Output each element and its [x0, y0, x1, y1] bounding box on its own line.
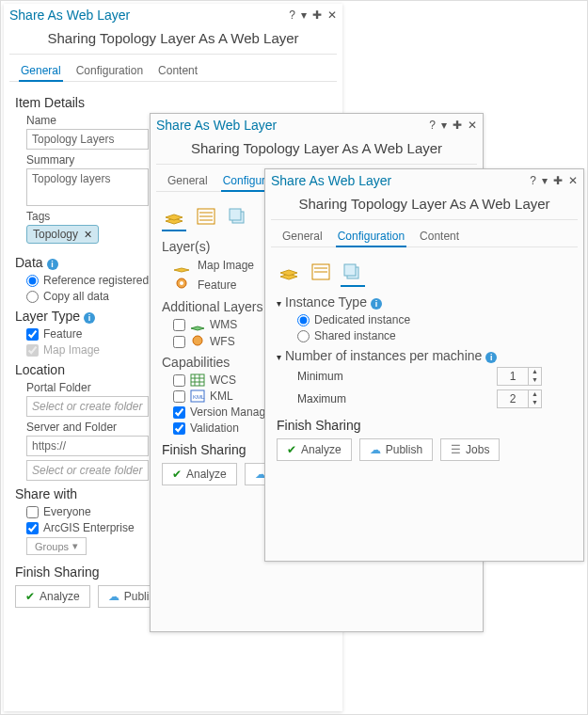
dropdown-icon[interactable]: ▾ [301, 8, 307, 22]
server-url-input[interactable]: https:// [26, 436, 149, 456]
max-spinner[interactable]: 2▲▼ [497, 389, 542, 408]
dropdown-icon[interactable]: ▾ [542, 174, 548, 187]
panel-subtitle: Sharing Topology Layer As A Web Layer [271, 192, 578, 220]
tag-chip[interactable]: Topology ✕ [26, 225, 99, 244]
tab-general[interactable]: General [166, 170, 210, 191]
tab-content[interactable]: Content [418, 226, 461, 246]
svg-text:KML: KML [193, 394, 205, 400]
window-title: Share As Web Layer [271, 173, 530, 188]
svg-marker-1 [166, 214, 183, 220]
help-icon[interactable]: ? [289, 8, 295, 22]
close-icon[interactable]: ✕ [327, 8, 337, 22]
check-icon: ✔ [172, 468, 182, 481]
tab-configuration[interactable]: Configuration [74, 60, 145, 81]
window-controls: ? ▾ ✚ ✕ [530, 174, 578, 187]
min-label: Minimum [297, 370, 343, 383]
window-controls: ? ▾ ✚ ✕ [429, 119, 477, 132]
pin-icon[interactable]: ✚ [453, 119, 462, 132]
min-instances-row: Minimum 1▲▼ [297, 367, 542, 386]
share-panel-config-pooling: Share As Web Layer ? ▾ ✚ ✕ Sharing Topol… [264, 168, 584, 562]
info-icon[interactable]: i [485, 352, 497, 363]
mapimage-icon [173, 258, 190, 273]
min-spinner[interactable]: 1▲▼ [497, 367, 542, 386]
help-icon[interactable]: ? [530, 174, 536, 187]
titlebar: Share As Web Layer ? ▾ ✚ ✕ [4, 4, 342, 26]
dropdown-icon[interactable]: ▾ [441, 119, 447, 132]
publish-button[interactable]: ☁Publish [359, 438, 433, 461]
cloud-icon: ☁ [108, 590, 119, 603]
close-icon[interactable]: ✕ [468, 119, 477, 132]
down-arrow-icon[interactable]: ▼ [529, 399, 541, 407]
num-instances-heading[interactable]: Number of instances per machinei [277, 348, 572, 363]
analyze-button[interactable]: ✔Analyze [277, 438, 352, 461]
pin-icon[interactable]: ✚ [553, 174, 563, 187]
tab-content[interactable]: Content [156, 60, 199, 81]
summary-input[interactable]: Topology layers [26, 168, 149, 206]
feature-icon [173, 277, 190, 294]
check-icon: ✔ [287, 443, 296, 456]
finish-buttons: ✔Analyze ☁Publish ☰Jobs [277, 438, 572, 461]
radio-shared[interactable]: Shared instance [297, 329, 572, 342]
config-icon-tabs [277, 255, 572, 289]
max-instances-row: Maximum 2▲▼ [297, 389, 542, 408]
window-title: Share As Web Layer [9, 8, 289, 23]
svg-point-12 [193, 336, 202, 345]
analyze-button[interactable]: ✔Analyze [162, 463, 237, 485]
groups-dropdown[interactable]: Groups▾ [26, 537, 87, 555]
close-icon[interactable]: ✕ [568, 174, 578, 187]
kml-icon: KML [190, 389, 205, 403]
tab-bar: General Configuration Content [271, 220, 578, 247]
svg-rect-7 [230, 209, 241, 220]
svg-marker-21 [280, 270, 297, 276]
check-icon: ✔ [25, 590, 35, 603]
info-icon[interactable]: i [47, 259, 58, 270]
config-maplayer-icon[interactable] [277, 261, 301, 283]
config-form-icon[interactable] [309, 261, 333, 283]
name-input[interactable]: Topology Layers [26, 129, 149, 150]
config-form-icon[interactable] [194, 205, 218, 228]
svg-rect-26 [344, 264, 356, 276]
tab-general[interactable]: General [19, 60, 63, 81]
window-controls: ? ▾ ✚ ✕ [289, 8, 337, 22]
up-arrow-icon[interactable]: ▲ [529, 390, 541, 399]
info-icon[interactable]: i [84, 312, 95, 324]
panel-subtitle: Sharing Topology Layer As A Web Layer [9, 26, 337, 55]
tab-general[interactable]: General [280, 226, 325, 246]
list-icon: ☰ [451, 443, 461, 456]
analyze-button[interactable]: ✔Analyze [15, 585, 90, 608]
titlebar: Share As Web Layer ? ▾ ✚ ✕ [151, 114, 483, 136]
config-maplayer-icon[interactable] [162, 205, 186, 228]
jobs-button[interactable]: ☰Jobs [440, 438, 500, 461]
tag-remove-icon[interactable]: ✕ [84, 229, 92, 241]
finish-heading: Finish Sharing [277, 418, 572, 433]
titlebar: Share As Web Layer ? ▾ ✚ ✕ [265, 169, 583, 192]
svg-point-10 [180, 281, 183, 285]
tab-bar: General Configuration Content [9, 55, 337, 82]
server-folder-input[interactable]: Select or create folder [26, 460, 149, 481]
config-pooling-icon[interactable] [341, 261, 365, 283]
radio-dedicated[interactable]: Dedicated instance [297, 313, 572, 326]
info-icon[interactable]: i [371, 298, 382, 310]
wms-icon [190, 318, 205, 331]
pin-icon[interactable]: ✚ [312, 8, 322, 22]
up-arrow-icon[interactable]: ▲ [529, 368, 541, 376]
svg-marker-8 [174, 268, 189, 272]
instance-type-heading[interactable]: Instance Typei [277, 294, 572, 310]
portal-folder-input[interactable]: Select or create folder [26, 396, 149, 417]
wcs-icon [190, 373, 205, 387]
config-pooling-content: Instance Typei Dedicated instance Shared… [265, 247, 583, 469]
max-label: Maximum [297, 392, 346, 405]
item-details-heading: Item Details [15, 95, 331, 110]
chevron-down-icon: ▾ [72, 540, 78, 552]
panel-subtitle: Sharing Topology Layer As A Web Layer [156, 136, 477, 165]
help-icon[interactable]: ? [429, 119, 436, 132]
svg-rect-13 [191, 374, 204, 386]
tag-label: Topology [33, 228, 78, 241]
down-arrow-icon[interactable]: ▼ [529, 376, 541, 385]
cloud-icon: ☁ [370, 443, 381, 456]
window-title: Share As Web Layer [156, 118, 429, 133]
wfs-icon [190, 334, 205, 349]
tab-configuration[interactable]: Configuration [336, 226, 406, 246]
svg-marker-11 [191, 326, 204, 330]
config-pooling-icon[interactable] [226, 205, 250, 228]
